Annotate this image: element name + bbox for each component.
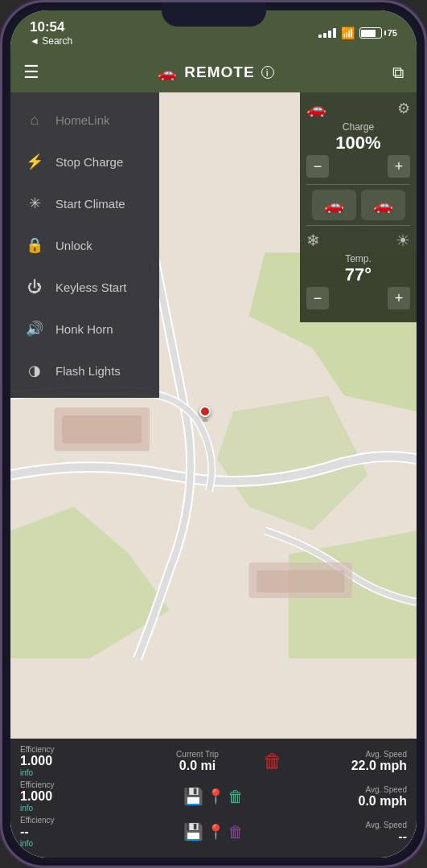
charge-gear-icon[interactable]: ⚙ xyxy=(397,100,410,117)
sidebar-item-unlock[interactable]: 🔒 Unlock xyxy=(10,224,159,266)
stop-charge-label: Stop Charge xyxy=(55,155,123,169)
layers-icon[interactable]: ⧉ xyxy=(392,63,404,82)
pin-shadow xyxy=(202,419,208,422)
info-icon: i xyxy=(261,66,274,79)
keyless-start-label: Keyless Start xyxy=(55,280,126,294)
car-icon: 🚗 xyxy=(158,63,178,82)
svg-rect-7 xyxy=(257,571,344,593)
notch xyxy=(162,2,266,27)
sidebar-item-homelink[interactable]: ⌂ HomeLink xyxy=(10,99,159,141)
divider-1 xyxy=(306,184,410,185)
location-icon-3[interactable]: 📍 xyxy=(207,823,224,841)
charge-car-icon: 🚗 xyxy=(306,99,326,118)
sidebar: ⌂ HomeLink ⚡ Stop Charge ✳ Start Climate… xyxy=(10,92,159,398)
temp-label: Temp. xyxy=(306,253,410,264)
sidebar-item-stop-charge[interactable]: ⚡ Stop Charge xyxy=(10,141,159,182)
trip-value-1: 0.0 mi xyxy=(138,759,257,773)
stat-trip-1: Current Trip 0.0 mi xyxy=(138,750,257,773)
stat-avg-2: Avg. Speed 0.0 mph xyxy=(278,785,407,809)
car-icons-row: 🚗 🚗 xyxy=(306,190,410,220)
climate-section: ❄ ☀ Temp. 77° − + xyxy=(306,231,410,309)
battery-text: 75 xyxy=(388,28,397,38)
car-left-button[interactable]: 🚗 xyxy=(312,190,356,220)
charge-label: Charge xyxy=(306,121,410,133)
stats-row-3: Efficiency -- info 💾 📍 🗑 xyxy=(20,816,407,848)
trash-icon-1[interactable]: 🗑 xyxy=(263,750,282,772)
start-climate-label: Start Climate xyxy=(55,197,125,211)
signal-bar-2 xyxy=(323,33,326,38)
efficiency-label-2: Efficiency xyxy=(20,780,149,789)
stat-efficiency-1: Efficiency 1.000 info xyxy=(20,745,138,777)
avg-value-2: 0.0 mph xyxy=(278,794,407,809)
sidebar-item-keyless-start[interactable]: ⏻ Keyless Start xyxy=(10,266,159,308)
stat-icons-3: 💾 📍 🗑 xyxy=(149,822,277,841)
status-right: 📶 75 xyxy=(318,27,397,39)
efficiency-info-2[interactable]: info xyxy=(20,804,149,813)
charge-value: 100% xyxy=(306,133,410,154)
battery-tip xyxy=(384,31,386,35)
stat-avg-1: Avg. Speed 22.0 mph xyxy=(289,750,407,773)
signal-bar-1 xyxy=(318,35,322,38)
temp-value: 77° xyxy=(306,264,410,285)
location-icon-2[interactable]: 📍 xyxy=(207,788,224,805)
sidebar-item-start-climate[interactable]: ✳ Start Climate xyxy=(10,182,159,224)
efficiency-info-3[interactable]: info xyxy=(20,839,149,848)
signal-bar-4 xyxy=(333,28,336,38)
home-icon: ⌂ xyxy=(23,108,46,131)
avg-label-1: Avg. Speed xyxy=(289,750,407,759)
efficiency-info-1[interactable]: info xyxy=(20,768,138,777)
homelink-label: HomeLink xyxy=(55,113,110,127)
lightning-icon: ⚡ xyxy=(23,150,46,173)
avg-value-3: -- xyxy=(278,829,407,844)
unlock-label: Unlock xyxy=(55,239,92,252)
flash-lights-label: Flash Lights xyxy=(55,364,121,378)
stat-efficiency-3: Efficiency -- info xyxy=(20,816,149,848)
honk-horn-label: Honk Horn xyxy=(55,322,113,336)
save-icon-2[interactable]: 💾 xyxy=(183,787,203,806)
efficiency-label-1: Efficiency xyxy=(20,745,138,754)
battery-box xyxy=(359,27,382,39)
stat-avg-3: Avg. Speed -- xyxy=(278,821,407,844)
divider-2 xyxy=(306,225,410,226)
title-text: REMOTE xyxy=(184,63,254,81)
pin-circle xyxy=(199,406,211,417)
temp-plus-button[interactable]: + xyxy=(388,287,410,309)
phone-frame: 10:54 ◄ Search 📶 75 xyxy=(0,0,427,868)
charge-minus-button[interactable]: − xyxy=(306,155,329,178)
map-pin xyxy=(199,406,211,422)
trash-icon-2[interactable]: 🗑 xyxy=(228,788,244,806)
header-title: 🚗 REMOTE i xyxy=(158,63,273,82)
sidebar-item-flash-lights[interactable]: ◑ Flash Lights xyxy=(10,350,159,391)
snow-icon: ❄ xyxy=(306,231,320,250)
right-panel: 🚗 ⚙ Charge 100% − + 🚗 � xyxy=(300,92,417,322)
car-right-button[interactable]: 🚗 xyxy=(361,190,405,220)
signal-bar-3 xyxy=(328,31,331,38)
avg-label-3: Avg. Speed xyxy=(278,821,407,829)
temp-controls: − + xyxy=(306,287,410,309)
map-area[interactable]: ⌂ HomeLink ⚡ Stop Charge ✳ Start Climate… xyxy=(10,92,417,858)
wifi-icon: 📶 xyxy=(341,27,355,39)
efficiency-value-1: 1.000 xyxy=(20,754,138,768)
charge-section: 🚗 ⚙ Charge 100% − + xyxy=(306,99,410,178)
efficiency-label-3: Efficiency xyxy=(20,816,149,825)
temp-minus-button[interactable]: − xyxy=(306,287,329,309)
stat-efficiency-2: Efficiency 1.000 info xyxy=(20,780,149,813)
efficiency-value-2: 1.000 xyxy=(20,789,149,804)
menu-icon[interactable]: ☰ xyxy=(23,62,39,83)
status-search[interactable]: ◄ Search xyxy=(30,35,72,47)
stats-row-2: Efficiency 1.000 info 💾 📍 🗑 xyxy=(20,780,407,813)
avg-label-2: Avg. Speed xyxy=(278,785,407,794)
trash-icon-3[interactable]: 🗑 xyxy=(228,823,244,841)
climate-icon: ✳ xyxy=(23,192,46,215)
stat-icon-col-1[interactable]: 🗑 xyxy=(257,750,289,772)
efficiency-value-3: -- xyxy=(20,825,149,839)
climate-header-row: ❄ ☀ xyxy=(306,231,410,250)
main-content: ⌂ HomeLink ⚡ Stop Charge ✳ Start Climate… xyxy=(10,92,417,858)
save-icon-3[interactable]: 💾 xyxy=(183,822,203,841)
sidebar-item-honk-horn[interactable]: 🔊 Honk Horn xyxy=(10,308,159,350)
charge-plus-button[interactable]: + xyxy=(388,155,410,178)
horn-icon: 🔊 xyxy=(23,317,46,340)
stat-icons-2: 💾 📍 🗑 xyxy=(149,787,277,806)
avg-value-1: 22.0 mph xyxy=(289,759,407,773)
sun-icon: ☀ xyxy=(396,231,410,250)
